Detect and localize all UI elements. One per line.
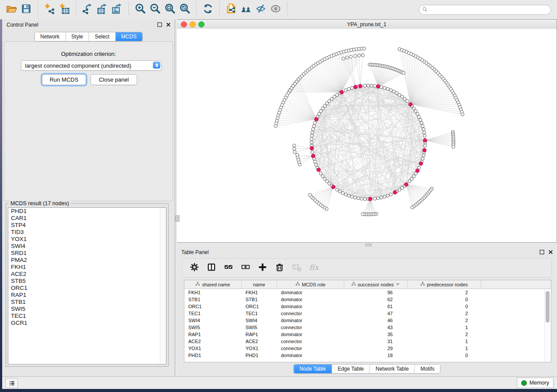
network-graph[interactable] xyxy=(177,29,556,242)
import-table-icon xyxy=(59,3,70,16)
table-row[interactable]: ORC1ORC1dominator610 xyxy=(184,303,551,310)
tab-edge-table[interactable]: Edge Table xyxy=(332,364,370,373)
search-network-button[interactable] xyxy=(239,3,253,16)
column-header-name[interactable]: name xyxy=(242,280,277,289)
tab-mcds[interactable]: MCDS xyxy=(115,32,142,41)
cell-predecessor-nodes: 2 xyxy=(408,289,481,296)
refresh-button[interactable] xyxy=(201,3,215,16)
mcds-result-node[interactable]: TEC1 xyxy=(8,313,166,320)
column-header-shared-name[interactable]: shared name xyxy=(184,280,242,289)
control-panel: Control Panel NetworkStyleSelectMCDS Opt… xyxy=(2,19,175,376)
hide-table-button xyxy=(290,261,303,275)
table-row[interactable]: YOX1YOX1connector291 xyxy=(184,345,551,352)
mcds-result-node[interactable]: GCR1 xyxy=(8,320,166,327)
window-maximize-button[interactable] xyxy=(198,21,204,28)
search-input[interactable] xyxy=(419,5,551,15)
mcds-result-node[interactable]: SRD1 xyxy=(8,250,166,257)
tab-select[interactable]: Select xyxy=(89,32,115,41)
mcds-result-node[interactable]: STP4 xyxy=(8,222,166,229)
column-label: successor nodes xyxy=(358,282,394,287)
table-row[interactable]: TEC1TEC1connector472 xyxy=(184,310,551,317)
table-row[interactable]: ACE2ACE2connector311 xyxy=(184,338,551,345)
tab-network[interactable]: Network xyxy=(35,32,66,41)
zoom-out-button[interactable] xyxy=(148,3,163,16)
close-panel-button[interactable]: Close panel xyxy=(90,74,137,85)
table-row[interactable]: FKH1FKH1dominator962 xyxy=(184,289,551,296)
window-minimize-button[interactable] xyxy=(190,21,196,28)
export-table-button[interactable] xyxy=(95,3,110,16)
memory-button[interactable]: Memory xyxy=(517,378,554,388)
float-icon[interactable] xyxy=(157,21,163,29)
run-mcds-button[interactable]: Run MCDS xyxy=(42,74,86,85)
open-folder-icon xyxy=(6,3,17,16)
close-icon[interactable] xyxy=(166,21,171,29)
node-table[interactable]: shared namenameMCDS rolesuccessor nodesp… xyxy=(184,280,551,362)
mcds-result-node[interactable]: SWI5 xyxy=(8,306,166,313)
table-row[interactable]: PHD1PHD1dominator180 xyxy=(184,352,551,359)
search-network-icon xyxy=(240,3,252,16)
toolbar-group xyxy=(0,2,38,17)
table-row[interactable]: SWI4SWI4dominator462 xyxy=(184,317,551,324)
table-scrollbar-thumb[interactable] xyxy=(546,291,550,323)
cell-shared-name: YOX1 xyxy=(184,345,242,352)
tab-motifs[interactable]: Motifs xyxy=(415,364,440,373)
network-canvas[interactable] xyxy=(177,29,556,242)
zoom-in-button[interactable] xyxy=(133,3,148,16)
mcds-result-node[interactable]: STB5 xyxy=(8,278,166,285)
mcds-result-node[interactable]: ACE2 xyxy=(8,271,166,278)
mcds-result-node[interactable]: TID3 xyxy=(8,229,166,236)
mcds-result-node[interactable]: PHD1 xyxy=(8,208,166,215)
import-table-button[interactable] xyxy=(57,3,72,16)
column-header-successor-nodes[interactable]: successor nodes xyxy=(344,280,408,289)
settings-gear-button[interactable] xyxy=(188,261,201,275)
automation-panel-button[interactable] xyxy=(5,378,18,388)
mcds-result-node[interactable]: ORC1 xyxy=(8,285,166,292)
cell-shared-name: SWI4 xyxy=(184,317,242,324)
cell-name: SWI5 xyxy=(242,324,277,331)
add-row-button[interactable] xyxy=(256,261,269,275)
mcds-result-node[interactable]: PMA2 xyxy=(8,257,166,264)
tab-network-table[interactable]: Network Table xyxy=(370,364,415,373)
tab-node-table[interactable]: Node Table xyxy=(294,364,332,373)
open-folder-button[interactable] xyxy=(4,3,19,16)
table-row[interactable]: SWI5SWI5connector431 xyxy=(184,324,551,331)
mcds-result-node[interactable]: YOX1 xyxy=(8,236,166,243)
save-button[interactable] xyxy=(19,3,34,16)
export-table-icon xyxy=(97,3,108,16)
mcds-result-list[interactable]: PHD1CAR1STP4TID3YOX1SWI4SRD1PMA2FKH1ACE2… xyxy=(8,207,166,364)
panel-divider-grip-vertical[interactable] xyxy=(175,215,180,222)
table-scrollbar[interactable] xyxy=(544,289,550,361)
column-label: MCDS role xyxy=(302,282,325,287)
mcds-result-node[interactable]: SWI4 xyxy=(8,243,166,250)
network-window-titlebar[interactable]: YPA_prune.txt_1 xyxy=(177,20,557,29)
window-close-button[interactable] xyxy=(181,21,187,28)
optimization-criterion-select[interactable]: largest connected component (undirected) xyxy=(21,60,162,71)
hide-visuals-button[interactable] xyxy=(253,3,268,16)
delete-rows-button[interactable] xyxy=(273,261,286,275)
mcds-result-node[interactable]: RAP1 xyxy=(8,292,166,299)
column-header-MCDS-role[interactable]: MCDS role xyxy=(277,280,344,289)
show-columns-button[interactable] xyxy=(205,261,218,275)
column-header-predecessor-nodes[interactable]: predecessor nodes xyxy=(408,280,481,289)
import-network-button[interactable] xyxy=(42,3,57,16)
export-network-button[interactable] xyxy=(80,3,95,16)
export-image-button[interactable] xyxy=(110,3,125,16)
close-icon[interactable] xyxy=(548,249,554,257)
table-row[interactable]: RAP1RAP1dominator352 xyxy=(184,331,551,338)
mcds-result-node[interactable]: CAR1 xyxy=(8,215,166,222)
cell-shared-name: PHD1 xyxy=(184,352,242,359)
list-icon xyxy=(8,380,15,387)
share-document-button[interactable] xyxy=(224,3,239,16)
preview-eye-button[interactable] xyxy=(268,3,283,16)
cell-name: STB1 xyxy=(242,296,277,303)
mcds-list-scrollbar[interactable] xyxy=(160,208,166,364)
zoom-selected-button[interactable] xyxy=(177,3,192,16)
mcds-result-node[interactable]: FKH1 xyxy=(8,264,166,271)
table-row[interactable]: STB1STB1dominator620 xyxy=(184,296,551,303)
tab-style[interactable]: Style xyxy=(66,32,89,41)
mcds-result-node[interactable]: STB1 xyxy=(8,299,166,306)
float-icon[interactable] xyxy=(539,249,545,257)
zoom-fit-button[interactable] xyxy=(163,3,177,16)
select-all-button[interactable] xyxy=(222,261,235,275)
deselect-all-button[interactable] xyxy=(239,261,252,275)
